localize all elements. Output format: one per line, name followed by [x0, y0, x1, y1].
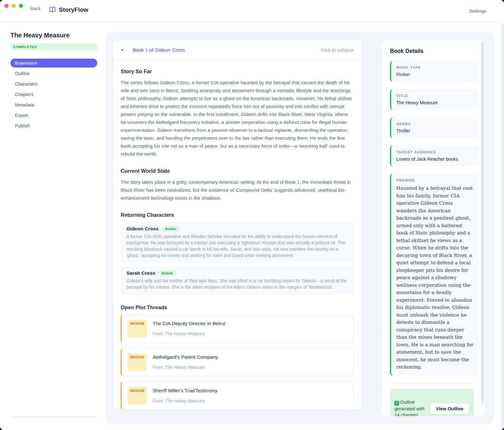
sidebar-item-publish[interactable]: Publish — [10, 121, 97, 130]
character-description: A former CIA SOG operative and Rhodes Sc… — [126, 234, 348, 259]
character-card: Sarah Cross Active Gideon's wife and the… — [121, 266, 354, 294]
character-name: Sarah Cross — [126, 270, 155, 276]
sidebar: The Heavy Measure COMPLETED Brainstorm O… — [10, 32, 97, 132]
details-panel-scrollbar[interactable] — [481, 42, 484, 403]
panel-divider — [390, 383, 477, 384]
detail-field-book-type: BOOK TYPE Fiction — [390, 61, 479, 82]
sidebar-item-brainstorm[interactable]: Brainstorm — [10, 59, 97, 67]
current-world-state-heading: Current World State — [121, 168, 354, 174]
detail-field-title: TITLE The Heavy Measure — [390, 89, 479, 110]
book-details-panel: Book Details BOOK TYPE Fiction TITLE The… — [382, 40, 485, 416]
detail-label: BOOK TYPE — [396, 66, 474, 69]
plot-thread-card[interactable]: MEDIUM Aethelgard's Parent Company From:… — [121, 348, 354, 376]
project-title: The Heavy Measure — [10, 32, 97, 39]
book-header-title: Book 1 of Gideon Cross — [133, 47, 321, 53]
priority-badge: MEDIUM — [127, 387, 147, 405]
top-bar: Back StoryFlow Settings — [0, 0, 504, 22]
detail-value: The Heavy Measure — [396, 100, 474, 105]
plot-thread-card[interactable]: MEDIUM The CIA Deputy Director in Beirut… — [121, 315, 354, 343]
view-outline-button[interactable]: View Outline — [430, 403, 469, 414]
sidebar-item-metadata[interactable]: Metadata — [10, 100, 97, 109]
character-card: Gideon Cross Active A former CIA SOG ope… — [121, 222, 354, 263]
status-badge: COMPLETED — [10, 43, 97, 50]
minimize-window-button[interactable] — [12, 4, 16, 8]
detail-field-target-audience: TARGET AUDIENCE Lovers of Jack Reacher b… — [390, 145, 479, 166]
detail-value: Fiction — [396, 72, 474, 77]
settings-button[interactable]: Settings — [469, 8, 486, 14]
back-button[interactable]: Back — [30, 6, 41, 11]
plot-thread-source: From: The Heavy Measure — [153, 399, 217, 403]
page-scrollbar[interactable] — [501, 23, 504, 430]
app-name: StoryFlow — [59, 6, 88, 13]
story-so-far-text: The series follows Gideon Cross, a forme… — [121, 79, 354, 158]
returning-characters-heading: Returning Characters — [121, 212, 354, 218]
outline-status-box: ✓Outline generated with 14 chapters View… — [390, 389, 474, 416]
app-logo: StoryFlow — [49, 6, 88, 13]
close-window-button[interactable] — [4, 4, 9, 8]
plot-thread-title: Sheriff Miller's Trial/Testimony — [153, 388, 217, 394]
detail-value: Haunted by a betrayal that cost him his … — [396, 185, 474, 371]
priority-badge: MEDIUM — [127, 320, 147, 337]
book-brainstorm-card: ▼ Book 1 of Gideon Cross Click to collap… — [113, 40, 362, 409]
detail-label: TITLE — [396, 94, 474, 98]
plot-thread-title: The CIA Deputy Director in Beirut — [153, 321, 225, 326]
zoom-window-button[interactable] — [19, 4, 23, 8]
detail-label: PREMISE — [396, 178, 474, 182]
priority-badge: MEDIUM — [127, 353, 147, 371]
detail-value: Thriller — [396, 128, 474, 133]
detail-label: TARGET AUDIENCE — [396, 150, 474, 154]
character-name: Gideon Cross — [126, 226, 159, 232]
sidebar-item-chapters[interactable]: Chapters — [10, 90, 97, 99]
detail-label: GENRE — [396, 122, 474, 126]
story-so-far-heading: Story So Far — [121, 68, 354, 74]
book-section-header[interactable]: ▼ Book 1 of Gideon Cross Click to collap… — [113, 40, 361, 60]
plot-thread-source: From: The Heavy Measure — [153, 365, 218, 370]
sidebar-item-export[interactable]: Export — [10, 111, 97, 120]
book-details-heading: Book Details — [390, 48, 477, 55]
app-window: Back StoryFlow Settings The Heavy Measur… — [0, 0, 504, 430]
sidebar-item-characters[interactable]: Characters — [10, 80, 97, 88]
open-book-icon — [49, 6, 56, 13]
character-status-badge: Active — [159, 270, 175, 276]
open-plot-threads-heading: Open Plot Threads — [121, 305, 354, 311]
book-section-body: Story So Far The series follows Gideon C… — [113, 68, 361, 409]
check-icon: ✓ — [394, 401, 399, 406]
detail-field-premise: PREMISE Haunted by a betrayal that cost … — [390, 174, 479, 376]
detail-value: Lovers of Jack Reacher books — [396, 157, 474, 162]
sidebar-nav: Brainstorm Outline Characters Chapters M… — [10, 59, 97, 130]
plot-thread-title: Aethelgard's Parent Company — [153, 354, 218, 360]
sidebar-bottom-divider — [10, 417, 97, 417]
character-status-badge: Active — [162, 226, 179, 232]
plot-thread-source: From: The Heavy Measure — [153, 331, 225, 336]
character-description: Gideon's wife and the mother of their tw… — [126, 278, 348, 291]
sidebar-item-outline[interactable]: Outline — [10, 69, 97, 78]
window-controls — [4, 4, 23, 8]
collapse-hint: Click to collapse — [321, 48, 354, 53]
outline-status-text: ✓Outline generated with 14 chapters — [394, 399, 427, 416]
detail-field-genre: GENRE Thriller — [390, 117, 479, 138]
collapse-caret-icon: ▼ — [121, 48, 124, 52]
current-world-state-text: The story takes place in a gritty, conte… — [121, 178, 354, 202]
plot-thread-card[interactable]: MEDIUM Sheriff Miller's Trial/Testimony … — [121, 382, 354, 409]
